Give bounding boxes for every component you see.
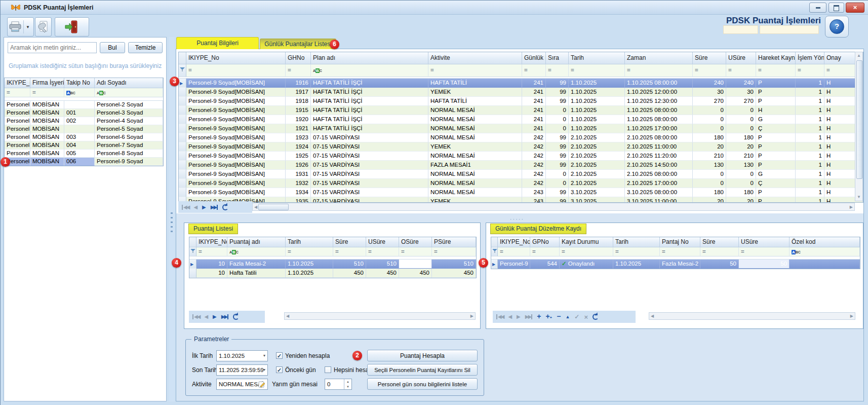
cell-takip-no[interactable] [64, 125, 95, 133]
find-button[interactable]: Bul [100, 42, 125, 53]
cell-s-ra[interactable]: 0 [546, 106, 569, 115]
column-header-ikiype-no[interactable]: IKIYPE_No [498, 237, 530, 247]
cell-ghno[interactable]: 1916 [286, 79, 311, 88]
column-header-i-lem-y-n[interactable]: İşlem Yönü [796, 52, 824, 64]
cell-tarih[interactable]: 2.10.2025 [569, 142, 625, 152]
filter-cell-tarih[interactable]: = [569, 64, 625, 77]
cell-us-re[interactable]: 0 [726, 170, 756, 179]
filter-cell-plan-ad[interactable]: ABC [311, 64, 428, 77]
table-row[interactable]: Personel-MOBİSANPersonel-5 Soyad [5, 125, 163, 133]
table-row[interactable]: Personel-9 Soyad[MOBİSAN]192307-15 VARDİ… [179, 133, 863, 142]
cell-ikiype-no[interactable]: Personel-9 Soyad[MOBİSAN] [186, 161, 286, 170]
hscroll-right-icon[interactable]: ▶ [470, 314, 474, 318]
cell-zaman[interactable]: 2.10.2025 14:50:00 [625, 161, 693, 170]
filter-cell-firma-i-yeri[interactable]: = [30, 88, 64, 97]
cell-ghno[interactable]: 1924 [286, 142, 311, 152]
column-header-takip-no[interactable]: Takip No [64, 78, 95, 88]
column-header-ps-re[interactable]: PSüre [432, 237, 476, 247]
son-tarih-dropdown[interactable]: 11.2025 23:59:59 ▾ [216, 364, 268, 376]
cell-ikiype-n[interactable]: Personel- [5, 141, 30, 150]
column-header-zaman[interactable]: Zaman [625, 52, 693, 64]
cell-takip-no[interactable]: 004 [64, 141, 95, 150]
cell-us-re[interactable]: 0 [726, 106, 756, 115]
cell-us-re[interactable]: 20 [726, 142, 756, 152]
cell-s-re[interactable]: 240 [693, 79, 726, 88]
column-header-os-re[interactable]: OSüre [399, 237, 432, 247]
cell-ikiype-n[interactable]: Personel- [5, 150, 30, 158]
cell-plan-ad[interactable]: 07-15 VARDİYASI [311, 152, 428, 161]
hscroll-left-icon[interactable]: ◀ [286, 314, 289, 318]
cell-takip-no[interactable]: 001 [64, 109, 95, 117]
cell-hareket-kayna[interactable]: P [756, 88, 796, 97]
cell-aktivite[interactable]: NORMAL MESAİ [428, 115, 522, 124]
cell-g-nl-k-plan[interactable]: 242 [522, 170, 546, 179]
cell-aktivite[interactable]: YEMEK [428, 197, 522, 202]
cell-ad-soyad[interactable]: Personel-3 Soyad [95, 109, 163, 117]
cell-ikiype-n[interactable]: Personel- [5, 101, 30, 109]
nav-insert-button[interactable]: ++ [545, 313, 552, 320]
scroll-up-icon[interactable]: ▲ [855, 52, 862, 59]
cell-tarih[interactable]: 2.10.2025 [569, 170, 625, 179]
cell-tarih[interactable]: 1.10.2025 [286, 269, 333, 278]
filter-cell-zaman[interactable]: = [625, 64, 693, 77]
cell-ghno[interactable]: 1935 [286, 197, 311, 202]
cell-ps-re[interactable]: 510 [432, 260, 476, 269]
spinner-arrows[interactable]: ▲▼ [344, 379, 351, 389]
column-header-gpno[interactable]: GPNo [530, 237, 560, 247]
cell-firma-i-yeri[interactable]: MOBİSAN [30, 125, 64, 133]
cell-firma-i-yeri[interactable]: MOBİSAN [30, 150, 64, 158]
yarim-gun-mesai-stepper[interactable]: 0 ▲▼ [325, 379, 352, 390]
cell-i-lem-y-n[interactable]: 1 [796, 115, 824, 124]
cell-us-re[interactable]: 180 [726, 188, 756, 197]
column-header-s-ra[interactable]: Sıra [546, 52, 569, 64]
cell-plan-ad[interactable]: HAFTA TATİLİ İŞÇİ [311, 115, 428, 124]
cell-g-nl-k-plan[interactable]: 242 [522, 161, 546, 170]
chevron-down-icon[interactable]: ▾ [263, 365, 265, 375]
nav-delete-button[interactable]: − [557, 313, 561, 320]
puantaj-listesi-hscrollbar[interactable]: ◀ ▶ [284, 312, 476, 320]
nav-prev-button[interactable]: ◀ [204, 314, 208, 319]
cell-hareket-kayna[interactable]: Ç [756, 179, 796, 188]
cell-s-re[interactable]: 0 [693, 106, 726, 115]
cell-aktivite[interactable]: NORMAL MESAİ [428, 188, 522, 197]
cell-i-lem-y-n[interactable]: 1 [796, 133, 824, 142]
cell-hareket-kayna[interactable]: P [756, 197, 796, 202]
cell-tarih[interactable]: 1.10.2025 [286, 260, 333, 269]
cell-tarih[interactable]: 3.10.2025 [569, 188, 625, 197]
nav-cancel-button[interactable]: × [584, 314, 588, 320]
cell-s-ra[interactable]: 99 [546, 97, 569, 106]
clear-button[interactable]: Temizle [128, 42, 163, 53]
cell-tarih[interactable]: 2.10.2025 [569, 161, 625, 170]
cell-s-ra[interactable]: 99 [546, 188, 569, 197]
filter-cell-tarih[interactable]: = [286, 247, 333, 256]
cell-s-ra[interactable]: 0 [546, 115, 569, 124]
nav-post-button[interactable]: ✓ [574, 314, 579, 320]
cell-s-re[interactable]: 180 [693, 188, 726, 197]
cell-aktivite[interactable]: NORMAL MESAİ [428, 152, 522, 161]
cell-firma-i-yeri[interactable]: MOBİSAN [30, 109, 64, 117]
gunluk-duzeltme-hscrollbar[interactable]: ◀ ▶ [649, 312, 855, 320]
cell-s-ra[interactable]: 99 [546, 88, 569, 97]
cell-i-lem-y-n[interactable]: 1 [796, 79, 824, 88]
cell-hareket-kayna[interactable]: Ç [756, 124, 796, 133]
cell-ikiype-no[interactable]: Personel-9 Soyad[MOBİSAN] [186, 79, 286, 88]
cell-firma-i-yeri[interactable]: MOBİSAN [30, 158, 64, 166]
cell-plan-ad[interactable]: HAFTA TATİLİ İŞÇİ [311, 97, 428, 106]
column-header-ikiype-no[interactable]: IKIYPE_No [186, 52, 286, 64]
cell-hareket-kayna[interactable]: P [756, 161, 796, 170]
cell-s-ra[interactable]: 0 [546, 170, 569, 179]
cell-ikiype-no[interactable]: Personel-9 Soyad[MOBİSAN] [186, 142, 286, 152]
filter-cell-aktivite[interactable]: = [428, 64, 522, 77]
nav-last-button[interactable]: ▶▶ [221, 314, 228, 319]
cell-g-nl-k-plan[interactable]: 242 [522, 152, 546, 161]
cell-ikiype-no[interactable]: Personel-9 Soyad[MOBİSAN] [186, 179, 286, 188]
cell-ikiype-n[interactable]: Personel- [5, 109, 30, 117]
filter-cell-tarih[interactable]: = [613, 247, 660, 256]
filter-cell-s-ra[interactable]: = [546, 64, 569, 77]
table-row[interactable]: Personel-MOBİSANPersonel-2 Soyad [5, 101, 163, 109]
cell-ps-re[interactable]: 450 [432, 269, 476, 278]
cell-us-re[interactable]: 50 [739, 260, 790, 269]
cell-ghno[interactable]: 1921 [286, 124, 311, 133]
row-indicator[interactable] [179, 170, 186, 179]
column-header-s-re[interactable]: Süre [693, 52, 726, 64]
